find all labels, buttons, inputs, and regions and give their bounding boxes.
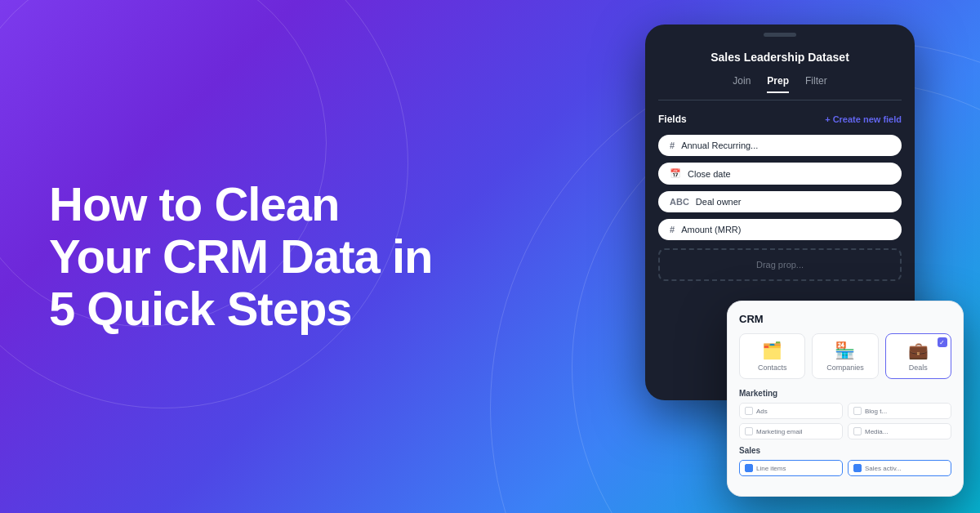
field-amount-label: Amount (MRR)	[681, 225, 741, 234]
sales-activity[interactable]: Sales activ...	[848, 460, 951, 476]
line-items-checkbox	[745, 464, 753, 472]
email-label: Marketing email	[756, 428, 802, 435]
email-checkbox	[745, 427, 753, 435]
deals-label: Deals	[909, 364, 928, 372]
field-annual-label: Annual Recurring...	[681, 141, 758, 150]
headline-line3: 5 Quick Steps	[49, 282, 352, 335]
field-close-date[interactable]: 📅 Close date	[658, 163, 902, 185]
fields-label: Fields	[658, 114, 687, 125]
deals-icon: 💼	[908, 341, 929, 360]
tablets-area: Sales Leadership Dataset Join Prep Filte…	[523, 0, 980, 513]
marketing-section-label: Marketing	[739, 389, 951, 398]
ads-label: Ads	[756, 408, 768, 415]
ads-checkbox	[745, 407, 753, 415]
headline-line1: How to Clean	[49, 177, 339, 230]
calendar-icon: 📅	[670, 168, 681, 179]
tab-filter[interactable]: Filter	[805, 75, 827, 93]
tab-prep[interactable]: Prep	[767, 75, 789, 93]
crm-card-companies[interactable]: 🏪 Companies	[812, 333, 878, 379]
field-deal-owner-label: Deal owner	[696, 197, 742, 207]
blog-label: Blog t...	[865, 408, 887, 415]
deals-checkmark: ✓	[938, 337, 947, 347]
field-close-date-label: Close date	[688, 169, 731, 179]
text-area: How to Clean Your CRM Data in 5 Quick St…	[49, 178, 433, 334]
hash-icon-1: #	[670, 141, 675, 150]
sales-activity-checkbox	[853, 464, 862, 472]
marketing-blog[interactable]: Blog t...	[848, 403, 951, 419]
marketing-media[interactable]: Media...	[848, 423, 951, 439]
field-deal-owner[interactable]: ABC Deal owner	[658, 191, 902, 212]
marketing-email[interactable]: Marketing email	[739, 423, 843, 439]
line-items-label: Line items	[756, 465, 786, 472]
fields-header: Fields + Create new field	[658, 114, 902, 125]
crm-card-deals[interactable]: ✓ 💼 Deals	[885, 333, 951, 379]
sales-line-items[interactable]: Line items	[739, 460, 843, 476]
field-annual-recurring[interactable]: # Annual Recurring...	[658, 135, 902, 156]
page-background: How to Clean Your CRM Data in 5 Quick St…	[0, 0, 980, 513]
hash-icon-2: #	[670, 225, 675, 234]
companies-icon: 🏪	[835, 341, 855, 360]
abc-icon: ABC	[670, 197, 689, 207]
marketing-row-2: Marketing email Media...	[739, 423, 951, 439]
marketing-ads[interactable]: Ads	[739, 403, 843, 419]
media-label: Media...	[865, 428, 888, 435]
sales-activity-label: Sales activ...	[865, 465, 902, 472]
drag-drop-zone: Drag prop...	[658, 248, 902, 281]
contacts-label: Contacts	[758, 364, 787, 372]
sales-row-1: Line items Sales activ...	[739, 460, 951, 476]
create-field-button[interactable]: + Create new field	[825, 114, 902, 124]
headline: How to Clean Your CRM Data in 5 Quick St…	[49, 178, 433, 334]
blog-checkbox	[853, 407, 862, 415]
marketing-row-1: Ads Blog t...	[739, 403, 951, 419]
crm-card-contacts[interactable]: 🗂️ Contacts	[739, 333, 805, 379]
drag-drop-text: Drag prop...	[756, 260, 804, 270]
crm-icons-row: 🗂️ Contacts 🏪 Companies ✓ 💼 Deals	[739, 333, 951, 379]
dataset-title: Sales Leadership Dataset	[658, 51, 902, 64]
front-tablet: CRM 🗂️ Contacts 🏪 Companies ✓ 💼 Deals Ma…	[727, 301, 964, 497]
companies-label: Companies	[826, 364, 864, 372]
tabs-row: Join Prep Filter	[658, 75, 902, 100]
crm-title: CRM	[739, 313, 951, 325]
headline-line2: Your CRM Data in	[49, 230, 433, 283]
tab-join[interactable]: Join	[733, 75, 751, 93]
media-checkbox	[853, 427, 862, 435]
sales-section-label: Sales	[739, 446, 951, 455]
field-amount-mrr[interactable]: # Amount (MRR)	[658, 219, 902, 240]
contacts-icon: 🗂️	[762, 341, 782, 360]
